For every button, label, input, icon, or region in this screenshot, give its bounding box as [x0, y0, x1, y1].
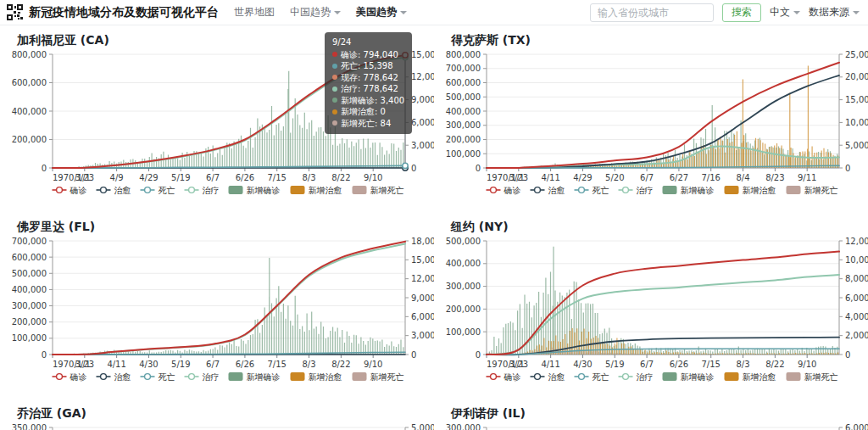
svg-text:6/26: 6/26 — [236, 173, 254, 182]
legend-item-新增治愈[interactable]: 新增治愈 — [725, 372, 776, 382]
legend-item-治愈[interactable]: 治愈 — [97, 372, 131, 382]
svg-text:新增治愈: 新增治愈 — [309, 372, 342, 382]
search-button[interactable]: 搜索 — [722, 3, 761, 22]
legend-item-新增死亡[interactable]: 新增死亡 — [353, 372, 404, 382]
svg-text:8/3: 8/3 — [302, 173, 315, 182]
chart-title-IL: 伊利诺伊 (IL) — [451, 405, 868, 421]
svg-text:600,000: 600,000 — [12, 253, 47, 262]
svg-text:0: 0 — [476, 164, 481, 173]
chart-canvas-GA[interactable]: 050,000100,000150,000200,000250,000300,0… — [0, 421, 434, 430]
chevron-down-icon — [853, 11, 860, 14]
legend-item-治疗[interactable]: 治疗 — [619, 186, 654, 195]
bar-series-新增治愈 — [520, 65, 837, 168]
legend-item-死亡[interactable]: 死亡 — [141, 186, 175, 195]
svg-text:治疗: 治疗 — [203, 372, 220, 382]
legend-item-治愈[interactable]: 治愈 — [97, 186, 131, 195]
legend-item-治疗[interactable]: 治疗 — [185, 372, 220, 382]
gridlines: 050,000100,000150,000200,000250,000300,0… — [446, 423, 868, 430]
legend-item-新增治愈[interactable]: 新增治愈 — [291, 186, 342, 195]
language-menu[interactable]: 中文 — [770, 5, 800, 20]
svg-text:15,000: 15,000 — [411, 255, 434, 265]
legend-item-确诊[interactable]: 确诊 — [53, 372, 87, 382]
search-input[interactable] — [590, 3, 714, 22]
svg-text:25,000: 25,000 — [845, 50, 868, 59]
legend-item-新增治愈[interactable]: 新增治愈 — [725, 186, 776, 195]
legend-item-治疗[interactable]: 治疗 — [619, 372, 654, 382]
svg-text:200,000: 200,000 — [12, 317, 47, 327]
legend-item-死亡[interactable]: 死亡 — [575, 372, 609, 382]
nav-china-trend[interactable]: 中国趋势 — [290, 5, 341, 20]
svg-text:0: 0 — [42, 350, 47, 360]
chart-canvas-TX[interactable]: 0100,000200,000300,000400,000500,000600,… — [434, 47, 868, 197]
chart-canvas-IL[interactable]: 050,000100,000150,000200,000250,000300,0… — [434, 421, 868, 430]
legend-item-新增确诊[interactable]: 新增确诊 — [229, 372, 281, 382]
svg-text:0: 0 — [845, 350, 850, 360]
svg-text:800,000: 800,000 — [12, 50, 47, 59]
svg-text:800,000: 800,000 — [446, 50, 481, 59]
legend-item-治疗[interactable]: 治疗 — [185, 186, 220, 195]
legend-item-新增死亡[interactable]: 新增死亡 — [353, 186, 404, 195]
nav-us-trend[interactable]: 美国趋势 — [356, 5, 407, 20]
svg-text:600,000: 600,000 — [446, 78, 481, 87]
svg-text:15,000: 15,000 — [411, 50, 434, 59]
legend-item-新增死亡[interactable]: 新增死亡 — [787, 372, 838, 382]
chart-canvas-FL[interactable]: 0100,000200,000300,000400,000500,000600,… — [0, 234, 434, 383]
legend-item-新增确诊[interactable]: 新增确诊 — [663, 372, 715, 382]
data-source-menu[interactable]: 数据来源 — [809, 5, 860, 20]
svg-text:死亡: 死亡 — [159, 186, 175, 195]
svg-text:700,000: 700,000 — [12, 237, 47, 246]
nav-world-map[interactable]: 世界地图 — [234, 5, 275, 20]
svg-text:治疗: 治疗 — [637, 186, 654, 195]
chart-legend: 确诊治愈死亡治疗新增确诊新增治愈新增死亡 — [53, 372, 404, 382]
svg-text:6,000: 6,000 — [845, 423, 868, 430]
legend-item-新增死亡[interactable]: 新增死亡 — [787, 186, 838, 195]
chart-card-GA: 乔治亚 (GA)050,000100,000150,000200,000250,… — [0, 399, 434, 430]
svg-text:9,000: 9,000 — [411, 293, 434, 303]
bar-series-新增确诊 — [53, 71, 403, 168]
svg-text:500,000: 500,000 — [12, 269, 47, 278]
svg-text:3/23: 3/23 — [75, 360, 94, 369]
svg-text:新增死亡: 新增死亡 — [804, 186, 838, 195]
chart-card-FL: 佛罗里达 (FL)0100,000200,000300,000400,00050… — [0, 212, 434, 399]
legend-item-死亡[interactable]: 死亡 — [141, 372, 175, 382]
legend-item-死亡[interactable]: 死亡 — [575, 186, 609, 195]
svg-text:5/19: 5/19 — [171, 173, 190, 182]
svg-text:600,000: 600,000 — [12, 78, 47, 87]
legend-item-确诊[interactable]: 确诊 — [487, 186, 521, 195]
svg-text:新增确诊: 新增确诊 — [681, 372, 715, 382]
chart-card-CA: 加利福尼亚 (CA)0200,000400,000600,000800,0000… — [0, 25, 434, 212]
svg-text:0: 0 — [411, 164, 416, 173]
svg-text:8/3: 8/3 — [736, 360, 749, 369]
svg-text:100,000: 100,000 — [446, 149, 481, 159]
svg-text:3/23: 3/23 — [509, 173, 528, 182]
svg-text:12,000: 12,000 — [411, 274, 434, 283]
x-axis-labels: 1970/1/13/234/114/305/196/76/267/158/38/… — [53, 355, 382, 369]
legend-item-新增确诊[interactable]: 新增确诊 — [229, 186, 281, 195]
svg-text:新增确诊: 新增确诊 — [247, 186, 281, 195]
svg-text:200,000: 200,000 — [446, 304, 481, 314]
svg-text:10,000: 10,000 — [845, 118, 868, 127]
legend-item-治愈[interactable]: 治愈 — [531, 186, 565, 195]
svg-text:0: 0 — [411, 350, 416, 360]
chart-canvas-CA[interactable]: 0200,000400,000600,000800,00003,0006,000… — [0, 47, 434, 197]
svg-text:100,000: 100,000 — [446, 327, 481, 337]
legend-item-确诊[interactable]: 确诊 — [53, 186, 87, 195]
gridlines: 050,000100,000150,000200,000250,000300,0… — [12, 423, 434, 430]
svg-text:4/30: 4/30 — [573, 360, 592, 369]
chart-canvas-NY[interactable]: 0100,000200,000300,000400,000500,00002,0… — [434, 234, 868, 383]
svg-text:0: 0 — [42, 164, 47, 173]
svg-text:400,000: 400,000 — [12, 107, 47, 116]
legend-item-确诊[interactable]: 确诊 — [487, 372, 521, 382]
emphasis-dot-死亡 — [403, 163, 408, 168]
legend-item-治愈[interactable]: 治愈 — [531, 372, 565, 382]
svg-text:确诊: 确诊 — [504, 372, 521, 382]
legend-item-新增确诊[interactable]: 新增确诊 — [663, 186, 715, 195]
svg-text:8/22: 8/22 — [765, 360, 784, 369]
svg-text:确诊: 确诊 — [70, 372, 87, 382]
svg-text:10,000: 10,000 — [845, 255, 868, 265]
x-axis-labels: 1970/1/13/234/114/295/206/76/277/168/48/… — [487, 168, 816, 182]
svg-text:300,000: 300,000 — [12, 301, 47, 310]
svg-text:300,000: 300,000 — [446, 282, 481, 291]
legend-item-新增治愈[interactable]: 新增治愈 — [291, 372, 342, 382]
svg-text:9/10: 9/10 — [364, 173, 382, 182]
